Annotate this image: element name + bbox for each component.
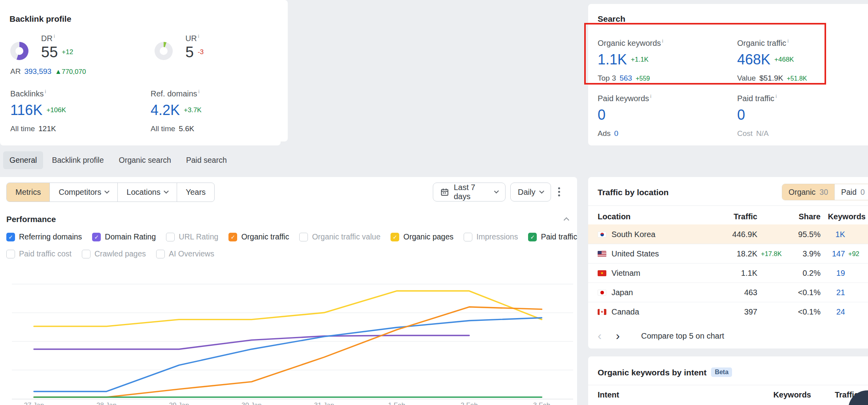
overview-tabs: General Backlink profile Organic search … (3, 151, 233, 169)
series-referring-domains (34, 318, 542, 391)
checkbox-icon (299, 233, 308, 241)
segment-years[interactable]: Years (177, 183, 214, 202)
more-options-button[interactable] (558, 187, 560, 196)
table-row-japan: Japan 463 <0.1% 21 (588, 283, 868, 302)
chevron-down-icon (104, 188, 109, 194)
tab-paid-search[interactable]: Paid search (180, 151, 233, 169)
toggle-organic[interactable]: Organic 30 (782, 184, 834, 200)
ahrefs-rank-value[interactable]: 393,593 (24, 67, 51, 76)
prev-page-arrow[interactable]: ‹ (598, 330, 602, 342)
ref-domains-value[interactable]: 4.2K (151, 102, 180, 119)
date-range-button[interactable]: Last 7 days (433, 183, 506, 202)
checkbox-impressions[interactable]: Impressions (464, 232, 518, 241)
checkbox-icon: ✓ (6, 233, 15, 241)
compare-top5-label: Compare top 5 on chart (641, 332, 724, 341)
toggle-paid[interactable]: Paid 0 (834, 184, 868, 200)
x-axis-tick: 3 Feb (533, 401, 550, 405)
collapse-chevron-icon[interactable] (564, 217, 569, 223)
up-arrow-icon: ▲ (55, 68, 62, 75)
stat-paid-traffic: Paid traffici 0 Cost N/A (737, 93, 868, 138)
paid-keywords-value[interactable]: 0 (598, 107, 606, 123)
granularity-button[interactable]: Daily (510, 183, 551, 202)
x-axis-tick: 2 Feb (460, 401, 477, 405)
checkbox-domain-rating[interactable]: ✓Domain Rating (92, 232, 156, 241)
organic-count: 30 (819, 188, 828, 197)
table-row-south-korea: South Korea 446.9K 95.5% 1K (588, 224, 868, 244)
checkbox-icon (464, 233, 472, 241)
table-row-canada: ★Canada 397 <0.1% 24 (588, 302, 868, 321)
checkbox-organic-traffic[interactable]: ✓Organic traffic (228, 232, 289, 241)
ur-value: 5 (185, 44, 194, 61)
series-domain-rating (34, 335, 469, 349)
info-icon[interactable]: i (45, 89, 46, 94)
performance-line-chart[interactable]: 27 Jan28 Jan29 Jan30 Jan31 Jan1 Feb2 Feb… (12, 263, 573, 405)
metric-checkbox-row-1: ✓Referring domains ✓Domain Rating URL Ra… (6, 232, 577, 241)
segment-competitors[interactable]: Competitors (50, 183, 118, 202)
checkbox-crawled-pages[interactable]: Crawled pages (82, 249, 146, 258)
table-row-vietnam: ★Vietnam 1.1K 0.2% 19 (588, 263, 868, 283)
ahrefs-rank-row: AR 393,593 ▲770,070 (10, 67, 86, 76)
checkbox-referring-domains[interactable]: ✓Referring domains (6, 232, 82, 241)
chevron-down-icon (164, 188, 169, 194)
traffic-by-location-title: Traffic by location (598, 188, 669, 197)
checkbox-organic-traffic-value[interactable]: Organic traffic value (299, 232, 380, 241)
keywords-link[interactable]: 1K (821, 230, 845, 239)
keywords-link[interactable]: 147 (821, 249, 845, 258)
checkbox-paid-traffic-cost[interactable]: Paid traffic cost (6, 249, 72, 258)
x-axis-tick: 30 Jan (242, 401, 262, 405)
info-icon[interactable]: i (650, 93, 651, 99)
intent-title: Organic keywords by intentBeta (598, 367, 732, 377)
checkbox-icon: ✓ (228, 233, 237, 241)
checkbox-icon (156, 250, 165, 258)
info-icon[interactable]: i (54, 33, 55, 39)
checkbox-url-rating[interactable]: URL Rating (166, 232, 218, 241)
beta-badge: Beta (711, 367, 732, 377)
info-icon[interactable]: i (198, 33, 199, 39)
divider (588, 205, 868, 206)
dr-value: 55 (41, 44, 58, 61)
tab-general[interactable]: General (3, 151, 43, 169)
stat-backlinks: Backlinksi 116K +106K All time 121K (10, 89, 141, 133)
keywords-link[interactable]: 21 (821, 288, 845, 297)
checkbox-icon (82, 250, 91, 258)
vietnam-flag: ★ (598, 270, 606, 276)
tab-backlink-profile[interactable]: Backlink profile (45, 151, 110, 169)
next-page-arrow[interactable]: › (616, 330, 620, 342)
table-row-united-states: United States 18.2K +17.8K 3.9% 147 +92 (588, 244, 868, 263)
x-axis-tick: 29 Jan (169, 401, 189, 405)
ref-domains-alltime: 5.6K (179, 124, 194, 133)
metric-checkbox-row-2: Paid traffic cost Crawled pages AI Overv… (6, 249, 214, 258)
site-explorer-overview-page: AI citationsi AI Overview 1 +1 Pages 1 +… (0, 0, 868, 405)
location-table-header: Location Traffic Share Keywords (588, 209, 868, 224)
chart-filter-segments: Metrics Competitors Locations Years (6, 183, 215, 202)
tab-organic-search[interactable]: Organic search (113, 151, 177, 169)
checkbox-icon (6, 250, 15, 258)
paid-count: 0 (860, 188, 865, 197)
backlinks-value[interactable]: 116K (10, 102, 42, 119)
ads-count[interactable]: 0 (614, 129, 619, 138)
keywords-link[interactable]: 24 (821, 307, 845, 316)
checkbox-paid-traffic[interactable]: ✓Paid traffic (528, 232, 577, 241)
x-axis-tick: 31 Jan (314, 401, 334, 405)
ur-value-row: 5 -3 (185, 43, 204, 61)
keywords-link[interactable]: 19 (821, 269, 845, 278)
dr-label: DRi (41, 33, 55, 43)
url-rating-donut (155, 42, 173, 60)
info-icon[interactable]: i (198, 89, 200, 94)
ur-label: URi (185, 33, 199, 43)
checkbox-ai-overviews[interactable]: AI Overviews (156, 249, 214, 258)
stat-ref-domains: Ref. domainsi 4.2K +3.7K All time 5.6K (151, 89, 281, 133)
chevron-down-icon (494, 188, 499, 193)
info-icon[interactable]: i (776, 93, 777, 99)
backlink-profile-title: Backlink profile (9, 14, 71, 24)
paid-traffic-value[interactable]: 0 (737, 107, 745, 123)
traffic-by-location-card: Traffic by location Organic 30 Paid 0 Lo… (588, 177, 868, 348)
segment-metrics[interactable]: Metrics (7, 183, 50, 202)
checkbox-organic-pages[interactable]: ✓Organic pages (391, 232, 453, 241)
south-korea-flag (598, 232, 606, 237)
divider (588, 385, 868, 385)
checkbox-icon: ✓ (391, 233, 399, 241)
segment-locations[interactable]: Locations (118, 183, 177, 202)
x-axis-tick: 27 Jan (24, 401, 44, 405)
intent-table-header: Intent Keywords Traffic (588, 390, 868, 399)
